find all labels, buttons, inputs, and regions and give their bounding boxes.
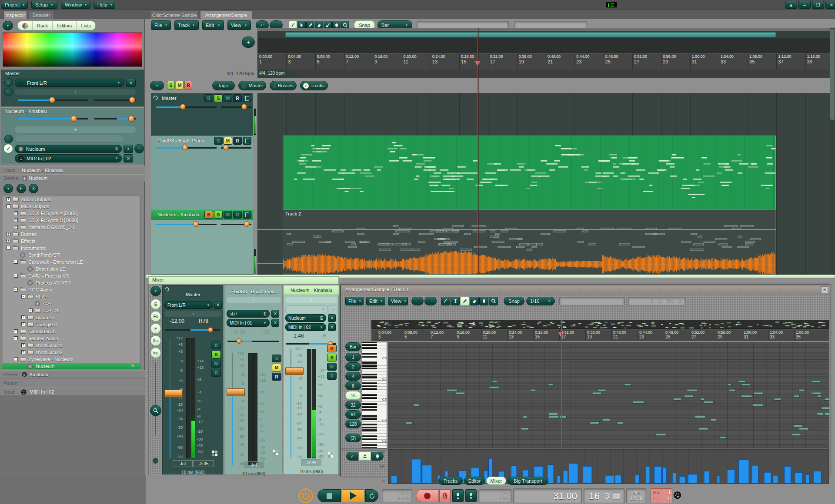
ed-tool-pencil-button[interactable] (460, 297, 469, 305)
add-track-button[interactable]: + (242, 36, 255, 48)
tree-expander-plus[interactable]: + (21, 315, 25, 319)
peak-value-box[interactable]: -3.35 (301, 459, 321, 466)
black-key[interactable] (362, 368, 377, 369)
doc-tab[interactable]: ArrangementSample (200, 10, 252, 19)
black-key[interactable] (362, 382, 377, 384)
black-key[interactable] (362, 397, 377, 399)
tree-item[interactable]: -RGC Audio (2, 286, 140, 293)
menu-project[interactable]: Project▼ (1, 1, 28, 9)
fader-handle[interactable] (285, 367, 304, 375)
strip-gain-value[interactable]: -1.46 (285, 332, 311, 339)
tree-item[interactable]: -E-MU - Proteus VX (2, 272, 140, 279)
note-grid[interactable] (388, 342, 829, 448)
panel-tab-browser[interactable]: Browser (29, 10, 54, 19)
strip-b-button[interactable]: B (327, 345, 337, 352)
zoom-button-4[interactable]: 4 (345, 372, 361, 381)
scrollbar-thumb[interactable] (830, 29, 835, 120)
strip-s-button[interactable]: S (327, 354, 337, 361)
zoom-button-Bar[interactable]: Bar (345, 342, 361, 351)
black-key[interactable] (362, 444, 377, 446)
effect-select-disabled[interactable]: ▼ (15, 135, 124, 143)
overview-lower[interactable] (257, 38, 835, 53)
velocity-select-button[interactable]: ✓ (346, 452, 358, 461)
tree-expander-plus[interactable]: + (21, 350, 25, 354)
device-edit-button[interactable]: E (115, 146, 118, 151)
device-select[interactable]: iNucleumE (15, 145, 122, 153)
view-button-big-transport[interactable]: Big Transport (508, 477, 548, 485)
mixer-strip-fluidr3-bright-piano[interactable]: FluidR3 - Bright Piano+sfz+EXMIDI In | 0… (224, 285, 282, 474)
playhead-marker-icon[interactable] (474, 61, 481, 66)
ed-tool-hand-button[interactable] (479, 297, 488, 305)
doc-tab[interactable]: ColorScheme-Sample (150, 10, 199, 19)
record-button[interactable] (416, 489, 438, 502)
ed-tool-zoom-button[interactable] (489, 297, 498, 305)
black-key[interactable] (362, 374, 377, 375)
ed-menu-file[interactable]: File▼ (345, 297, 364, 305)
window-up-button[interactable]: ▲ (785, 1, 797, 9)
mixer-strip-nucleum-kinabalu[interactable]: Nucleum - Kinabalu+▼XNucleumEXMIDI In | … (283, 285, 339, 474)
track-s-button[interactable]: S (214, 94, 223, 102)
midi-panic-icon[interactable] (672, 488, 688, 504)
zoom-button-2[interactable]: 2 (345, 362, 361, 371)
enable-toggle[interactable]: ✓ (4, 78, 13, 87)
pan-slider[interactable] (227, 341, 279, 342)
view-button-rack[interactable]: Rack (32, 21, 52, 30)
rail-+-button[interactable]: + (150, 323, 161, 334)
rail-src-button[interactable]: Src (150, 335, 161, 346)
pan-slider-knob[interactable] (128, 116, 134, 122)
timeline-ruler[interactable]: 0:00.0010:04.0030:08.0050:12.0070:16.009… (257, 53, 835, 70)
track-pan-knob[interactable] (244, 221, 250, 227)
meter-options-icon[interactable] (273, 450, 278, 455)
remove-device-button[interactable]: X (124, 145, 133, 153)
ed-menu-view[interactable]: View▼ (388, 297, 408, 305)
black-key[interactable] (362, 347, 377, 348)
tree-item[interactable]: iDimension LE (2, 265, 140, 272)
ed-menu-edit[interactable]: Edit▼ (366, 297, 385, 305)
black-key[interactable] (362, 418, 377, 419)
mixer-strip-master[interactable]: MasterFront L/R▼X+-12.00R78+12+6+30-3-6-… (162, 285, 223, 474)
track-r-button[interactable]: R (233, 94, 242, 102)
window-close-button[interactable]: ✕ (825, 1, 835, 9)
arr-menu-file[interactable]: File▼ (151, 20, 171, 30)
gain-slider-knob[interactable] (49, 97, 55, 103)
black-key[interactable] (362, 385, 377, 387)
effect-select-disabled[interactable]: ▼ (285, 305, 328, 313)
mixer-collapse-button[interactable]: ▼ (150, 286, 161, 296)
tree-item[interactable]: +SB X-Fi Synth A [D000] (2, 210, 140, 217)
tree-delete-button[interactable]: X (29, 184, 38, 193)
black-key[interactable] (362, 356, 377, 358)
tree-expander-plus[interactable]: + (14, 225, 18, 229)
black-key[interactable] (362, 388, 377, 390)
filter-master-button[interactable]: ✓Master (238, 81, 266, 90)
arr-menu-track[interactable]: Track▼ (174, 20, 199, 30)
tree-item[interactable]: +Effects (2, 238, 140, 245)
tree-item[interactable]: +SB X-Fi Synth B [D000] (2, 217, 140, 224)
track-m-button[interactable]: M (224, 137, 232, 145)
strip-m-button[interactable]: M (327, 363, 337, 371)
track-r-button[interactable]: R (233, 211, 242, 219)
view-button-lists[interactable]: Lists (76, 21, 95, 30)
strip-pan-value[interactable]: L53 (254, 329, 278, 335)
zoom-button-64[interactable]: 64 (345, 410, 361, 419)
black-key[interactable] (362, 429, 377, 431)
black-key[interactable] (362, 424, 377, 425)
editor-ruler[interactable]: 0:04.0030:08.0050:12.0070:16.0090:20.001… (371, 329, 829, 341)
track-pan-knob[interactable] (241, 104, 247, 109)
zoom-button-32[interactable]: 32 (345, 401, 361, 409)
black-key[interactable] (362, 365, 377, 366)
count-in-button-2[interactable] (465, 489, 477, 502)
strip-gain-value[interactable]: -5.59 (227, 329, 252, 335)
tree-expander-minus[interactable]: - (14, 260, 18, 264)
black-key[interactable] (362, 376, 377, 378)
power-button[interactable] (298, 488, 313, 503)
beat-square-button[interactable] (613, 492, 620, 500)
peak-value-box[interactable]: -Inf (244, 461, 264, 468)
track-m-button[interactable]: M (224, 211, 232, 219)
track-header-2[interactable]: FluidR3 - Bright PianoSMR (151, 136, 253, 209)
black-key[interactable] (362, 409, 377, 411)
zoom-button-1[interactable]: 1 (345, 353, 361, 361)
editor-close-icon[interactable]: ✕ (821, 286, 828, 293)
track-header-3[interactable]: Nucleum - KinabaluBSMR (151, 209, 253, 275)
loop-button[interactable] (365, 489, 378, 502)
ed-snap-button[interactable]: Snap (504, 297, 524, 305)
